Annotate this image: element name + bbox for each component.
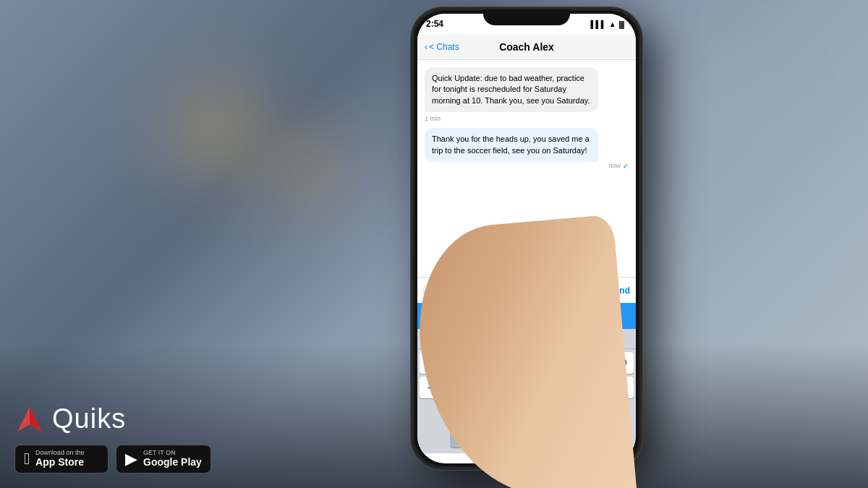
- app-store-main: App Store: [35, 456, 85, 468]
- chat-title: Coach Alex: [499, 41, 554, 53]
- google-play-sub: GET IT ON: [143, 450, 202, 456]
- status-time: 2:54: [426, 19, 443, 29]
- quiks-logo-icon: [14, 404, 45, 435]
- app-store-text: Download on the App Store: [35, 450, 85, 468]
- message-sent-text: Thank you for the heads up, you saved me…: [432, 134, 590, 154]
- status-icons: ▌▌▌ ▲ ▓: [591, 20, 624, 28]
- message-sent-bubble: Thank you for the heads up, you saved me…: [425, 128, 598, 162]
- nav-bar: ‹ < Chats Coach Alex: [417, 34, 636, 60]
- branding-section: Quiks  Download on the App Store ▶ GET …: [14, 403, 211, 474]
- read-checkmark-icon: ✓: [623, 162, 629, 170]
- store-buttons:  Download on the App Store ▶ GET IT ON …: [14, 445, 211, 474]
- svg-marker-1: [30, 407, 42, 432]
- logo-row: Quiks: [14, 403, 211, 435]
- apple-icon: : [24, 450, 30, 468]
- message-sent-time: now: [608, 162, 621, 169]
- back-label: < Chats: [429, 42, 459, 52]
- battery-icon: ▓: [619, 20, 624, 28]
- google-play-icon: ▶: [125, 450, 137, 468]
- app-store-sub: Download on the: [35, 450, 85, 456]
- message-sent-footer: now ✓: [425, 162, 629, 170]
- message-sent-wrapper: Thank you for the heads up, you saved me…: [425, 128, 629, 170]
- signal-icon: ▌▌▌: [591, 20, 606, 28]
- google-play-text: GET IT ON Google Play: [143, 450, 202, 468]
- message-received-1: Quick Update: due to bad weather, practi…: [425, 67, 598, 112]
- wifi-icon: ▲: [609, 20, 616, 28]
- bokeh-light-3: [665, 36, 796, 166]
- message-time-1: 1 min: [425, 115, 629, 122]
- back-button[interactable]: ‹ < Chats: [425, 42, 459, 52]
- phone-notch: [483, 9, 570, 25]
- app-store-button[interactable]:  Download on the App Store: [14, 445, 109, 474]
- bokeh-light-2: [253, 116, 362, 224]
- message-text-1: Quick Update: due to bad weather, practi…: [432, 74, 590, 105]
- google-play-main: Google Play: [143, 456, 202, 468]
- message-sent-1: Thank you for the heads up, you saved me…: [425, 128, 629, 170]
- quiks-logo-text: Quiks: [52, 403, 126, 435]
- chevron-left-icon: ‹: [425, 42, 427, 52]
- google-play-button[interactable]: ▶ GET IT ON Google Play: [116, 445, 211, 474]
